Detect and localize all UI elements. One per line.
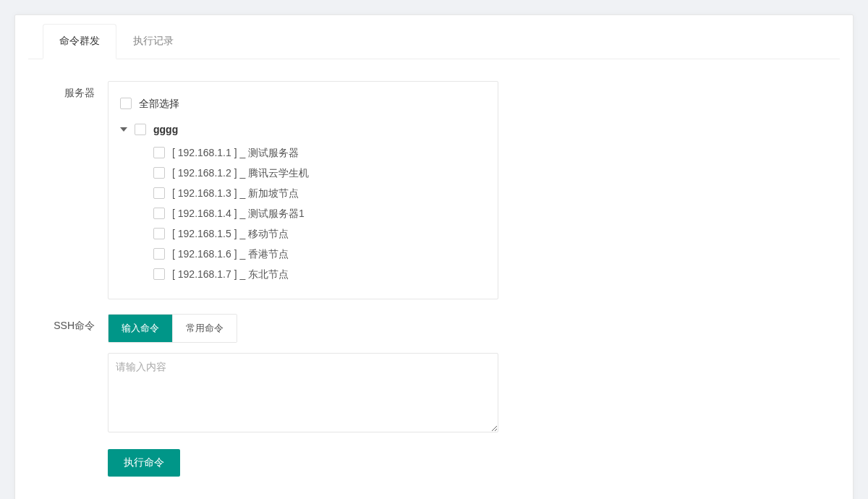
action-spacer <box>44 449 108 455</box>
execute-button[interactable]: 执行命令 <box>108 449 180 477</box>
form-content: 服务器 全部选择 gggg [ 192.168.1.1 ] _ 测试服务器 <box>15 59 853 499</box>
action-field: 执行命令 <box>108 449 498 477</box>
group-label: gggg <box>153 122 178 137</box>
server-checkbox[interactable] <box>153 208 165 219</box>
server-checkbox[interactable] <box>153 167 165 179</box>
tree-leaf: [ 192.168.1.5 ] _ 移动节点 <box>120 223 486 244</box>
tree-group-row: gggg <box>120 119 486 140</box>
server-checkbox[interactable] <box>153 228 165 239</box>
group-checkbox[interactable] <box>135 124 146 135</box>
caret-down-icon[interactable] <box>120 127 127 132</box>
server-item-label: [ 192.168.1.1 ] _ 测试服务器 <box>172 145 299 160</box>
tab-bar: 命令群发 执行记录 <box>28 24 840 59</box>
ssh-label: SSH命令 <box>44 314 108 333</box>
ssh-field: 输入命令 常用命令 <box>108 314 498 435</box>
server-item-label: [ 192.168.1.3 ] _ 新加坡节点 <box>172 186 299 200</box>
action-row: 执行命令 <box>44 449 824 477</box>
command-textarea[interactable] <box>108 353 498 432</box>
server-field: 全部选择 gggg [ 192.168.1.1 ] _ 测试服务器 [ 192.… <box>108 81 498 299</box>
select-all-label: 全部选择 <box>139 96 179 111</box>
server-item-label: [ 192.168.1.2 ] _ 腾讯云学生机 <box>172 166 309 180</box>
server-tree: 全部选择 gggg [ 192.168.1.1 ] _ 测试服务器 [ 192.… <box>108 81 498 299</box>
server-checkbox[interactable] <box>153 248 165 260</box>
tree-leaf: [ 192.168.1.1 ] _ 测试服务器 <box>120 142 486 163</box>
tab-command-broadcast[interactable]: 命令群发 <box>43 24 116 59</box>
tree-leaf: [ 192.168.1.6 ] _ 香港节点 <box>120 244 486 264</box>
server-checkbox[interactable] <box>153 147 165 158</box>
tree-select-all-row: 全部选择 <box>120 93 486 114</box>
tab-execution-history[interactable]: 执行记录 <box>116 24 190 59</box>
main-card: 命令群发 执行记录 服务器 全部选择 gggg <box>14 14 854 499</box>
server-checkbox[interactable] <box>153 187 165 199</box>
server-row: 服务器 全部选择 gggg [ 192.168.1.1 ] _ 测试服务器 <box>44 81 824 299</box>
ssh-mode-group: 输入命令 常用命令 <box>108 314 237 343</box>
server-item-label: [ 192.168.1.6 ] _ 香港节点 <box>172 247 289 261</box>
server-item-label: [ 192.168.1.4 ] _ 测试服务器1 <box>172 206 305 221</box>
tree-leaf: [ 192.168.1.3 ] _ 新加坡节点 <box>120 183 486 203</box>
tree-leaf: [ 192.168.1.4 ] _ 测试服务器1 <box>120 203 486 223</box>
server-label: 服务器 <box>44 81 108 100</box>
tree-leaf: [ 192.168.1.2 ] _ 腾讯云学生机 <box>120 163 486 183</box>
ssh-row: SSH命令 输入命令 常用命令 <box>44 314 824 435</box>
common-command-tab[interactable]: 常用命令 <box>172 315 237 342</box>
tree-leaf: [ 192.168.1.7 ] _ 东北节点 <box>120 264 486 284</box>
input-command-tab[interactable]: 输入命令 <box>109 315 172 342</box>
server-item-label: [ 192.168.1.5 ] _ 移动节点 <box>172 226 289 241</box>
server-item-label: [ 192.168.1.7 ] _ 东北节点 <box>172 267 289 281</box>
select-all-checkbox[interactable] <box>120 98 132 109</box>
server-checkbox[interactable] <box>153 268 165 280</box>
